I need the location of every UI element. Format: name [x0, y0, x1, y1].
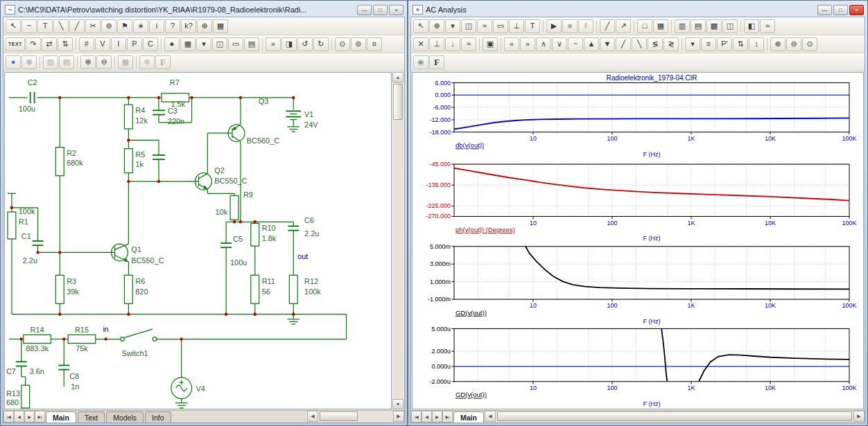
- undo-icon[interactable]: ↺: [297, 37, 313, 51]
- scale-limits-icon[interactable]: ▭: [493, 19, 508, 33]
- schematic-label-1.8k[interactable]: 1.8k: [262, 234, 277, 242]
- ac-analysis-titlebar[interactable]: ≈ AC Analysis — □ ×: [410, 3, 865, 17]
- properties-menu-arrow[interactable]: ▾: [685, 37, 700, 51]
- schematic-tab-models[interactable]: Models: [106, 411, 144, 423]
- horizontal-scroll-track[interactable]: [318, 411, 393, 422]
- schematic-label-820[interactable]: 820: [135, 287, 148, 296]
- schematic-label-R12[interactable]: R12: [304, 276, 318, 285]
- copy-props-icon[interactable]: ▥: [43, 55, 58, 69]
- schematic-label-C3[interactable]: C3: [168, 107, 177, 115]
- minimize-button[interactable]: —: [817, 5, 832, 15]
- schematic-label-2.2u[interactable]: 2.2u: [23, 256, 37, 265]
- horizontal-scroll-thumb[interactable]: [497, 411, 852, 421]
- scope-icon[interactable]: ◫: [461, 19, 476, 33]
- waveform-icon[interactable]: ≈: [477, 19, 492, 33]
- currents-icon[interactable]: I: [111, 37, 126, 51]
- schematic-label-12k[interactable]: 12k: [135, 116, 148, 125]
- schematic-label-C8[interactable]: C8: [69, 372, 79, 380]
- axes-icon[interactable]: ⊥: [509, 19, 524, 33]
- label-swap-icon[interactable]: ↕: [749, 37, 764, 51]
- schematic-label-883.3k[interactable]: 883.3k: [26, 344, 49, 353]
- split-panel-icon[interactable]: ◧: [744, 19, 759, 33]
- minimize-button[interactable]: —: [357, 5, 372, 15]
- schematic-label-100u[interactable]: 100u: [230, 258, 247, 267]
- schematic-label-R15[interactable]: R15: [75, 326, 89, 334]
- text-stamp-icon[interactable]: TEXT: [6, 37, 25, 51]
- image-export-icon[interactable]: ▦: [118, 55, 133, 69]
- schematic-label-BC550_C[interactable]: BC550_C: [131, 256, 164, 265]
- find-icon[interactable]: ⊙: [335, 37, 350, 51]
- paste-props-icon[interactable]: ▤: [59, 55, 74, 69]
- zoom-in-icon[interactable]: ⊕: [770, 37, 785, 51]
- anchor-cursor-icon[interactable]: ⊥: [429, 37, 444, 51]
- scroll-right-arrow[interactable]: ▶: [853, 411, 865, 422]
- schematic-tab-main[interactable]: Main: [46, 411, 76, 423]
- trace-label[interactable]: GD(v(out)): [455, 309, 487, 317]
- high-icon[interactable]: ▲: [584, 37, 599, 51]
- horizontal-scroll-track[interactable]: [496, 411, 853, 422]
- vertical-scroll-thumb[interactable]: [393, 84, 403, 120]
- step-part-icon[interactable]: »: [266, 37, 281, 51]
- scissors-icon[interactable]: ✂: [85, 19, 101, 33]
- plot-canvas[interactable]: Radioelektronik_1979-04.CIR 6.0000.000-6…: [412, 72, 864, 409]
- valley-icon[interactable]: ∨: [552, 37, 567, 51]
- info-mode-icon[interactable]: i: [149, 19, 164, 33]
- tab-scroll-arrow-3[interactable]: ▶|: [35, 411, 45, 423]
- mirror-icon[interactable]: ◨: [281, 37, 297, 51]
- scroll-down-arrow[interactable]: ▼: [392, 399, 403, 409]
- schematic-label-R6[interactable]: R6: [135, 276, 145, 285]
- point-help-icon[interactable]: k?: [181, 19, 196, 33]
- schematic-label-Q1[interactable]: Q1: [131, 245, 141, 254]
- schematic-label-BC550_C[interactable]: BC550_C: [214, 177, 247, 185]
- select-tool[interactable]: ↖: [6, 19, 21, 33]
- close-button[interactable]: ×: [849, 5, 864, 15]
- slope-line-icon[interactable]: ↗: [616, 19, 631, 33]
- schematic-label-R5[interactable]: R5: [135, 150, 145, 159]
- schematic-label-R1[interactable]: R1: [19, 218, 28, 226]
- text-tool[interactable]: T: [525, 19, 540, 33]
- pin-connections-icon[interactable]: ●: [164, 37, 180, 51]
- next-point-icon[interactable]: P': [717, 37, 732, 51]
- tab-scroll-arrow-2[interactable]: ▶: [24, 411, 35, 423]
- line-tool[interactable]: ╲: [53, 19, 69, 33]
- both-axes-icon[interactable]: ▩: [706, 19, 722, 33]
- schematic-label-V1[interactable]: V1: [304, 109, 313, 118]
- schematic-label-C7[interactable]: C7: [6, 367, 16, 375]
- cross-hair-icon[interactable]: ◫: [212, 37, 227, 51]
- trace-label[interactable]: ph(v(out)) (Degrees): [455, 226, 515, 233]
- vertical-axes-icon[interactable]: ▤: [691, 19, 706, 33]
- schematic-label-Switch1[interactable]: Switch1: [121, 349, 148, 357]
- schematic-label-in[interactable]: in: [103, 325, 108, 333]
- run-button[interactable]: ▶: [546, 19, 562, 33]
- pause-button[interactable]: ‖: [578, 19, 593, 33]
- font-icon[interactable]: F: [155, 55, 171, 69]
- schematic-label-Q3[interactable]: Q3: [259, 97, 269, 105]
- schematic-label-220n[interactable]: 220n: [168, 117, 184, 125]
- schematic-label-75k[interactable]: 75k: [76, 344, 88, 353]
- tab-scroll-arrow-3[interactable]: ▶|: [442, 411, 453, 423]
- graphics-tool[interactable]: ╱: [69, 19, 85, 33]
- tag-icon[interactable]: ▣: [483, 37, 498, 51]
- rotate-part-icon[interactable]: ↷: [26, 37, 41, 51]
- schematic-label-R11[interactable]: R11: [262, 276, 275, 285]
- scroll-left-arrow[interactable]: ◀: [485, 411, 496, 422]
- tab-scroll-arrow-1[interactable]: ◀: [422, 411, 432, 423]
- horizontal-scrollbar[interactable]: ◀ ▶: [307, 411, 404, 422]
- close-button[interactable]: ×: [389, 5, 403, 15]
- schematic-label-680[interactable]: 680: [6, 398, 19, 407]
- text-tool[interactable]: T: [37, 19, 53, 33]
- zoom-out-icon[interactable]: ⊖: [786, 37, 801, 51]
- schematic-tab-text[interactable]: Text: [78, 411, 105, 423]
- list-icon[interactable]: ≡: [701, 37, 716, 51]
- schematic-label-100k[interactable]: 100k: [304, 287, 321, 296]
- schematic-label-R10[interactable]: R10: [262, 223, 276, 231]
- vertical-scrollbar[interactable]: ▲ ▼: [392, 72, 403, 409]
- scroll-right-arrow[interactable]: ▶: [393, 411, 404, 422]
- no-axes-icon[interactable]: ◫: [722, 19, 738, 33]
- title-block-icon[interactable]: ▤: [244, 37, 259, 51]
- label-up-icon[interactable]: ⇅: [733, 37, 748, 51]
- flip-y-icon[interactable]: ⇅: [58, 37, 73, 51]
- node-voltages-icon[interactable]: V: [95, 37, 110, 51]
- scroll-left-arrow[interactable]: ◀: [307, 411, 318, 422]
- cursor-left-icon[interactable]: «: [504, 37, 519, 51]
